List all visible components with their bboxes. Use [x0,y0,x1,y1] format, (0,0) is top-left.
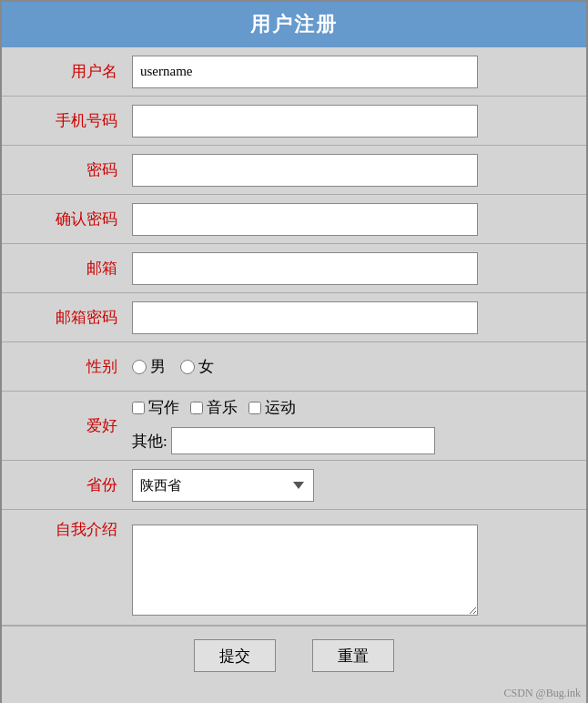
email-input[interactable] [132,252,478,285]
password-input[interactable] [132,154,478,187]
hobby-music-text: 音乐 [207,397,238,418]
confirm-password-label: 确认密码 [2,209,125,229]
hobby-music-label[interactable]: 音乐 [190,397,238,418]
hobbies-group: 写作 音乐 运动 其他: [132,397,579,454]
hobby-writing-checkbox[interactable] [132,402,145,414]
submit-button[interactable]: 提交 [194,639,276,672]
email-row: 邮箱 [2,244,586,293]
phone-row: 手机号码 [2,97,586,146]
username-row: 用户名 [2,47,586,97]
password-label: 密码 [2,159,125,180]
gender-label: 性别 [2,356,125,377]
hobby-sport-text: 运动 [265,397,296,418]
gender-male-text: 男 [150,356,166,377]
phone-cell [125,99,586,143]
reset-button[interactable]: 重置 [312,639,394,672]
gender-male-label[interactable]: 男 [132,356,166,377]
province-cell: 陕西省 北京市 上海市 广东省 浙江省 [125,464,586,507]
gender-female-radio[interactable] [180,360,195,374]
hobbies-checkbox-row: 写作 音乐 运动 [132,397,579,418]
hobby-other-label: 其他: [132,431,167,452]
username-input[interactable] [132,56,478,88]
province-row: 省份 陕西省 北京市 上海市 广东省 浙江省 [2,461,586,510]
province-label: 省份 [2,474,125,495]
button-row: 提交 重置 [2,626,586,685]
hobbies-cell: 写作 音乐 运动 其他: [125,392,586,460]
hobby-other-row: 其他: [132,427,579,454]
phone-input[interactable] [132,105,478,138]
gender-row: 性别 男 女 [2,342,586,392]
email-password-cell [125,296,586,340]
hobby-sport-checkbox[interactable] [248,402,261,414]
gender-female-text: 女 [198,356,214,377]
intro-label: 自我介绍 [2,519,125,540]
footer-note: CSDN @Bug.ink [2,685,586,703]
confirm-password-cell [125,198,586,241]
intro-row: 自我介绍 [2,510,586,626]
gender-cell: 男 女 [125,351,586,382]
hobbies-row: 爱好 写作 音乐 运动 [2,392,586,461]
hobby-writing-label[interactable]: 写作 [132,397,179,418]
intro-cell [125,519,586,625]
email-cell [125,247,586,290]
intro-textarea[interactable] [132,525,478,616]
phone-label: 手机号码 [2,110,125,131]
password-cell [125,148,586,192]
gender-female-label[interactable]: 女 [180,356,214,377]
email-label: 邮箱 [2,258,125,279]
hobby-sport-label[interactable]: 运动 [248,397,296,418]
email-password-input[interactable] [132,301,478,334]
password-row: 密码 [2,146,586,195]
confirm-password-input[interactable] [132,203,478,236]
username-label: 用户名 [2,61,125,82]
registration-form: 用户注册 用户名 手机号码 密码 确认密码 邮箱 邮箱密码 [0,0,588,703]
confirm-password-row: 确认密码 [2,195,586,244]
username-cell [125,50,586,94]
hobby-writing-text: 写作 [148,397,179,418]
gender-male-radio[interactable] [132,360,147,374]
email-password-label: 邮箱密码 [2,307,125,328]
province-select[interactable]: 陕西省 北京市 上海市 广东省 浙江省 [132,469,314,502]
hobby-music-checkbox[interactable] [190,402,203,414]
gender-radio-group: 男 女 [132,356,579,377]
hobby-other-input[interactable] [171,427,435,454]
hobbies-label: 爱好 [2,415,125,436]
email-password-row: 邮箱密码 [2,293,586,342]
form-title: 用户注册 [2,2,586,47]
